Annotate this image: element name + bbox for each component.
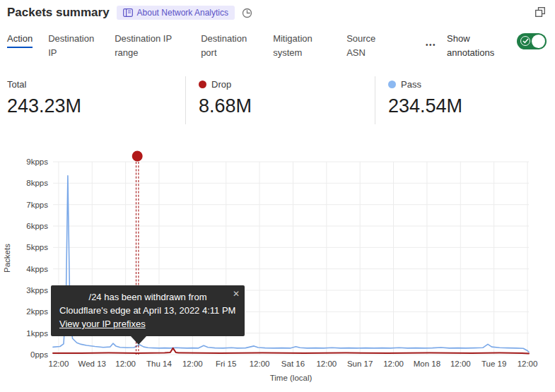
tab-destination-ip[interactable]: Destination IP: [48, 32, 99, 59]
x-tick-label: 12:00: [450, 360, 471, 368]
header: Packets summary About Network Analytics: [7, 6, 548, 20]
stat-total-value: 243.23M: [7, 95, 185, 117]
more-tabs-icon[interactable]: •••: [426, 41, 436, 49]
about-network-analytics-badge[interactable]: About Network Analytics: [117, 6, 235, 20]
toggle-knob: [532, 35, 545, 48]
drop-dot: [199, 81, 206, 88]
y-tick-label: 0pps: [30, 350, 48, 359]
view-ip-prefixes-link[interactable]: View your IP prefixes: [59, 317, 146, 331]
y-tick-label: 1kpps: [26, 329, 48, 338]
stat-drop-value: 8.68M: [199, 95, 375, 117]
x-tick-label: Wed 13: [78, 360, 106, 368]
x-tick-label: 12:00: [250, 360, 270, 368]
check-icon: [520, 36, 530, 46]
x-tick-label: Sun 17: [347, 360, 373, 368]
x-tick-label: 12:00: [182, 360, 203, 368]
tooltip-line1: /24 has been withdrawn from: [59, 290, 236, 304]
y-tick-label: 5kpps: [26, 243, 48, 251]
y-tick-label: 7kpps: [26, 201, 48, 209]
badge-label: About Network Analytics: [137, 8, 228, 17]
y-tick-label: 3kpps: [26, 286, 48, 295]
tooltip-line2: Cloudflare's edge at April 13, 2022 4:11…: [59, 304, 236, 317]
y-tick-label: 4kpps: [26, 265, 48, 273]
x-tick-label: Thu 14: [146, 360, 172, 368]
x-tick-label: 12:00: [518, 360, 538, 368]
stat-total-label: Total: [7, 79, 26, 90]
x-axis-title: Time (local): [270, 374, 312, 382]
x-tick-label: 12:00: [49, 360, 69, 368]
drop-series-line: [53, 348, 529, 354]
stat-pass-label: Pass: [401, 79, 421, 90]
tab-mitigation-system[interactable]: Mitigation system: [273, 32, 331, 59]
tab-destination-port[interactable]: Destination port: [201, 32, 257, 59]
tooltip-arrow: [131, 336, 146, 345]
annotation-tooltip: ✕ /24 has been withdrawn from Cloudflare…: [51, 285, 245, 336]
stat-drop: Drop 8.68M: [185, 76, 375, 124]
book-icon: [123, 8, 133, 17]
page-title: Packets summary: [7, 6, 110, 20]
stat-pass-value: 234.54M: [388, 95, 555, 117]
y-tick-label: 2kpps: [26, 307, 48, 316]
y-axis-title: Packets: [3, 244, 11, 273]
close-icon[interactable]: ✕: [233, 287, 240, 301]
x-tick-label: Fri 15: [216, 360, 236, 368]
tabs-right-group: ••• Show annotations: [426, 32, 547, 59]
dimension-tabs: Action Destination IP Destination IP ran…: [7, 32, 547, 59]
stats-row: Total 243.23M Drop 8.68M Pass 234.54M: [0, 76, 555, 124]
x-tick-label: 12:00: [383, 360, 404, 368]
x-tick-label: Tue 19: [481, 360, 506, 368]
stat-total: Total 243.23M: [0, 76, 185, 124]
x-tick-label: 12:00: [316, 360, 337, 368]
x-tick-label: 12:00: [115, 360, 136, 368]
chart-svg: 0pps1kpps2kpps3kpps4kpps5kpps6kpps7kpps8…: [0, 145, 555, 392]
stat-pass: Pass 234.54M: [375, 76, 555, 124]
y-tick-label: 6kpps: [26, 222, 48, 230]
show-annotations-toggle[interactable]: [517, 33, 547, 49]
show-annotations-label: Show annotations: [447, 32, 506, 59]
tab-destination-ip-range[interactable]: Destination IP range: [115, 32, 185, 59]
expand-icon[interactable]: [535, 7, 545, 17]
tab-action[interactable]: Action: [7, 32, 33, 46]
x-tick-label: Sat 16: [281, 360, 305, 368]
stat-drop-label: Drop: [211, 79, 231, 90]
tab-source-asn[interactable]: Source ASN: [346, 32, 385, 59]
pass-dot: [388, 81, 396, 88]
packets-summary-widget: Packets summary About Network Analytics …: [0, 0, 555, 392]
y-tick-label: 8kpps: [26, 179, 48, 187]
annotation-marker[interactable]: [132, 151, 143, 162]
packets-time-series-chart: 0pps1kpps2kpps3kpps4kpps5kpps6kpps7kpps8…: [0, 145, 555, 392]
x-tick-label: Mon 18: [414, 360, 440, 368]
time-icon[interactable]: [242, 8, 252, 18]
y-tick-label: 9kpps: [26, 158, 48, 166]
